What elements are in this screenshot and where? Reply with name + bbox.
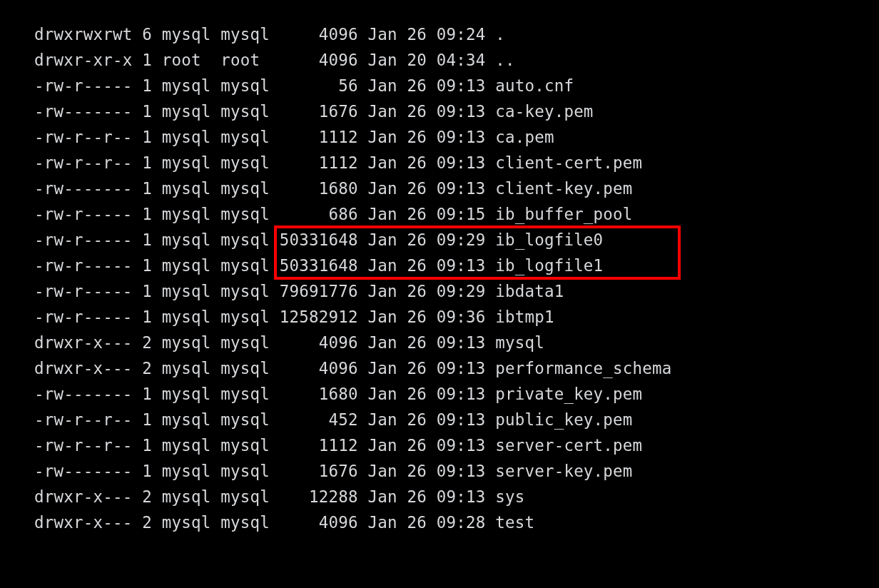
- permissions: drwxr-xr-x: [34, 51, 132, 69]
- time: 09:13: [437, 359, 486, 377]
- group: mysql: [220, 462, 270, 480]
- filename: server-cert.pem: [495, 436, 642, 455]
- links-count: 1: [142, 308, 152, 326]
- owner: mysql: [162, 102, 211, 121]
- owner: mysql: [162, 487, 211, 506]
- group: mysql: [220, 205, 270, 223]
- permissions: -rw-r--r--: [34, 410, 132, 429]
- group: mysql: [220, 230, 270, 249]
- links-count: 2: [142, 333, 152, 352]
- time: 09:13: [437, 333, 486, 352]
- owner: mysql: [162, 205, 211, 223]
- links-count: 1: [142, 462, 152, 480]
- filename: mysql: [495, 333, 544, 352]
- day: 26: [407, 487, 427, 506]
- filename: ib_logfile0: [495, 230, 603, 249]
- month: Jan: [367, 256, 397, 275]
- listing-row: -rw------- 1 mysql mysql 1676 Jan 26 09:…: [34, 458, 879, 484]
- size: 1112: [280, 436, 358, 455]
- day: 26: [407, 436, 427, 455]
- size: 1676: [280, 102, 358, 121]
- terminal-output: drwxrwxrwt 6 mysql mysql 4096 Jan 26 09:…: [0, 0, 879, 535]
- listing-row: drwxr-xr-x 1 root root 4096 Jan 20 04:34…: [34, 47, 879, 73]
- permissions: -rw-------: [34, 102, 132, 121]
- filename: sys: [495, 487, 524, 506]
- month: Jan: [367, 102, 397, 121]
- time: 09:15: [437, 205, 486, 223]
- group: mysql: [220, 487, 270, 506]
- day: 26: [407, 230, 427, 249]
- links-count: 6: [142, 25, 152, 44]
- links-count: 2: [142, 513, 152, 532]
- size: 56: [280, 76, 358, 95]
- size: 12582912: [280, 308, 358, 326]
- time: 09:36: [437, 308, 486, 326]
- group: mysql: [220, 308, 270, 326]
- month: Jan: [367, 128, 397, 146]
- listing-row: -rw------- 1 mysql mysql 1680 Jan 26 09:…: [34, 381, 879, 407]
- size: 79691776: [280, 282, 358, 300]
- owner: mysql: [162, 282, 211, 300]
- filename: ca-key.pem: [495, 102, 593, 121]
- time: 04:34: [437, 51, 486, 69]
- owner: mysql: [162, 410, 211, 429]
- size: 1680: [280, 385, 358, 403]
- day: 26: [407, 282, 427, 300]
- permissions: -rw-r--r--: [34, 153, 132, 172]
- group: mysql: [220, 153, 270, 172]
- permissions: drwxr-x---: [34, 333, 132, 352]
- size: 1112: [280, 128, 358, 146]
- time: 09:13: [437, 462, 486, 480]
- permissions: -rw-r-----: [34, 282, 132, 300]
- owner: mysql: [162, 462, 211, 480]
- time: 09:13: [437, 102, 486, 121]
- filename: client-key.pem: [495, 179, 632, 198]
- day: 26: [407, 333, 427, 352]
- links-count: 2: [142, 487, 152, 506]
- owner: mysql: [162, 153, 211, 172]
- day: 26: [407, 385, 427, 403]
- listing-row: -rw-r--r-- 1 mysql mysql 452 Jan 26 09:1…: [34, 407, 879, 432]
- permissions: drwxr-x---: [34, 359, 132, 377]
- day: 26: [407, 25, 427, 44]
- listing-row: drwxr-x--- 2 mysql mysql 4096 Jan 26 09:…: [34, 510, 879, 535]
- filename: test: [495, 513, 534, 532]
- group: mysql: [220, 25, 270, 44]
- listing-row: -rw-r--r-- 1 mysql mysql 1112 Jan 26 09:…: [34, 432, 879, 458]
- owner: mysql: [162, 76, 211, 95]
- time: 09:13: [437, 487, 486, 506]
- size: 452: [280, 410, 358, 429]
- size: 686: [280, 205, 358, 223]
- permissions: -rw-r-----: [34, 205, 132, 223]
- listing-row: drwxr-x--- 2 mysql mysql 4096 Jan 26 09:…: [34, 330, 879, 355]
- day: 26: [407, 153, 427, 172]
- links-count: 2: [142, 359, 152, 377]
- group: mysql: [220, 76, 270, 95]
- month: Jan: [367, 308, 397, 326]
- group: mysql: [220, 179, 270, 198]
- links-count: 1: [142, 410, 152, 429]
- day: 26: [407, 410, 427, 429]
- month: Jan: [367, 179, 397, 198]
- listing-row: -rw-r----- 1 mysql mysql 56 Jan 26 09:13…: [34, 73, 879, 98]
- day: 20: [407, 51, 427, 69]
- day: 26: [407, 359, 427, 377]
- size: 4096: [280, 333, 358, 352]
- permissions: -rw-------: [34, 385, 132, 403]
- links-count: 1: [142, 128, 152, 146]
- month: Jan: [367, 436, 397, 455]
- owner: mysql: [162, 513, 211, 532]
- permissions: -rw-r-----: [34, 230, 132, 249]
- permissions: -rw-------: [34, 179, 132, 198]
- time: 09:29: [437, 282, 486, 300]
- group: mysql: [220, 410, 270, 429]
- time: 09:13: [437, 256, 486, 275]
- month: Jan: [367, 385, 397, 403]
- day: 26: [407, 462, 427, 480]
- group: mysql: [220, 513, 270, 532]
- time: 09:13: [437, 153, 486, 172]
- owner: mysql: [162, 230, 211, 249]
- links-count: 1: [142, 205, 152, 223]
- time: 09:13: [437, 128, 486, 146]
- filename: client-cert.pem: [495, 153, 642, 172]
